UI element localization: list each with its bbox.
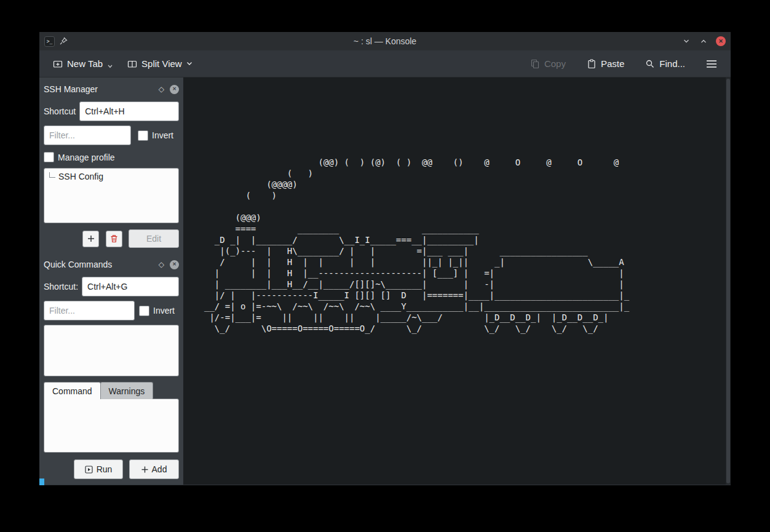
find-label: Find... (659, 58, 685, 69)
maximize-icon[interactable] (699, 36, 708, 46)
hamburger-menu-button[interactable] (701, 56, 722, 72)
paste-icon (587, 59, 597, 69)
shortcut-label: Shortcut (44, 106, 76, 116)
float-panel-icon[interactable]: ◇ (159, 260, 164, 269)
tab-command[interactable]: Command (44, 382, 101, 399)
add-profile-button[interactable] (82, 231, 99, 247)
hamburger-icon (706, 60, 717, 68)
split-view-chevron-icon (186, 62, 193, 66)
close-panel-icon[interactable]: ✕ (170, 260, 179, 269)
split-view-button[interactable]: Split View (122, 55, 197, 73)
quick-commands-title: Quick Commands (44, 260, 159, 269)
split-view-icon (127, 59, 137, 69)
float-panel-icon[interactable]: ◇ (159, 85, 164, 93)
add-command-button[interactable]: Add (129, 459, 179, 479)
add-label: Add (152, 464, 167, 474)
ssh-manager-panel: SSH Manager ◇ ✕ Shortcut Invert Manage p… (44, 81, 179, 248)
quick-commands-panel: Quick Commands ◇ ✕ Shortcut: Invert Comm… (44, 256, 179, 479)
sidebar: SSH Manager ◇ ✕ Shortcut Invert Manage p… (39, 77, 183, 485)
new-tab-label: New Tab (67, 58, 103, 69)
titlebar[interactable]: >_ ~ : sl — Konsole ✕ (39, 32, 731, 50)
terminal-scrollbar[interactable] (726, 77, 731, 485)
new-tab-icon (53, 59, 63, 69)
run-icon (85, 466, 93, 474)
window-resize-accent[interactable] (39, 478, 44, 485)
qc-invert-label: Invert (153, 306, 175, 316)
tree-item-ssh-config[interactable]: SSH Config (47, 172, 176, 181)
command-editor[interactable] (44, 399, 179, 453)
plus-icon (87, 235, 95, 242)
konsole-app-icon: >_ (44, 36, 55, 47)
copy-label: Copy (544, 58, 566, 69)
ssh-filter-input[interactable] (44, 125, 131, 145)
toolbar: New Tab Split View (39, 50, 731, 77)
ssh-shortcut-field[interactable] (79, 101, 179, 121)
ssh-invert-checkbox[interactable] (138, 130, 148, 141)
qc-invert-checkbox[interactable] (139, 306, 149, 316)
new-tab-dropdown-caret-icon[interactable] (108, 65, 113, 68)
tab-warnings[interactable]: Warnings (100, 382, 154, 399)
shortcut-label: Shortcut: (44, 282, 78, 292)
paste-button[interactable]: Paste (582, 55, 629, 73)
paste-label: Paste (601, 58, 624, 69)
ssh-invert-label: Invert (152, 130, 173, 140)
qc-tab-bar: Command Warnings (44, 382, 179, 399)
terminal-scrollbar-thumb[interactable] (726, 79, 730, 483)
plus-icon (141, 466, 148, 473)
run-label: Run (97, 464, 113, 474)
find-button[interactable]: Find... (640, 55, 690, 73)
close-panel-icon[interactable]: ✕ (170, 85, 179, 94)
new-tab-button[interactable]: New Tab (48, 55, 117, 73)
tree-branch-icon (49, 172, 55, 178)
search-icon (645, 59, 655, 69)
ssh-manager-title: SSH Manager (44, 84, 159, 94)
manage-profile-label: Manage profile (58, 153, 115, 162)
qc-filter-input[interactable] (44, 301, 135, 320)
sl-train-ascii-art: (@@) ( ) (@) ( ) @@ () @ O @ O @ ( ) (@@… (204, 157, 629, 334)
edit-profile-button: Edit (129, 229, 179, 248)
split-view-label: Split View (141, 58, 182, 69)
copy-button: Copy (525, 55, 571, 73)
minimize-icon[interactable] (681, 36, 691, 46)
trash-icon (110, 234, 118, 243)
run-command-button[interactable]: Run (74, 459, 123, 479)
window-title: ~ : sl — Konsole (39, 36, 731, 46)
qc-shortcut-field[interactable] (82, 277, 179, 296)
ssh-profile-tree[interactable]: SSH Config (44, 168, 179, 223)
close-icon[interactable]: ✕ (716, 36, 726, 46)
quick-commands-list[interactable] (44, 325, 179, 376)
terminal-view[interactable]: (@@) ( ) (@) ( ) @@ () @ O @ O @ ( ) (@@… (183, 77, 731, 485)
copy-icon (530, 59, 540, 69)
konsole-window: >_ ~ : sl — Konsole ✕ (39, 32, 731, 485)
pin-icon[interactable] (59, 37, 68, 46)
delete-profile-button[interactable] (106, 231, 122, 247)
tree-item-label: SSH Config (58, 172, 103, 181)
manage-profile-checkbox[interactable] (44, 152, 54, 162)
